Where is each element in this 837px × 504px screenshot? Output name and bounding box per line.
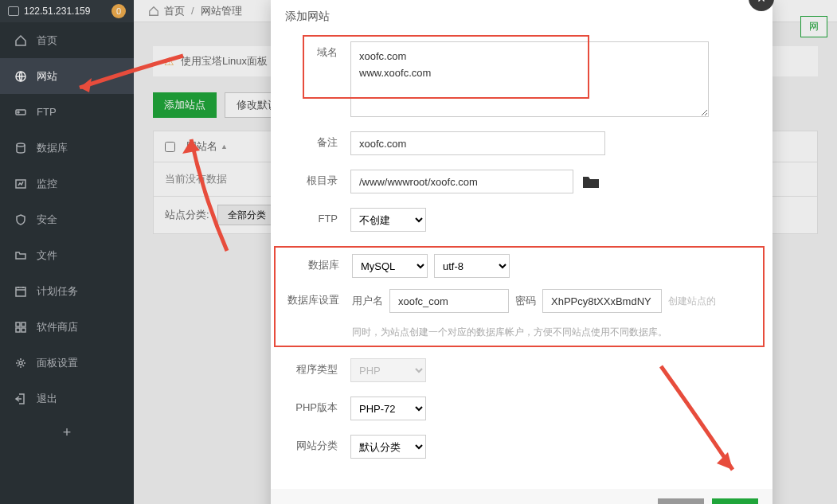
password-label: 密码	[515, 294, 536, 308]
domain-label: 域名	[279, 41, 350, 64]
php-version-select[interactable]: PHP-72	[350, 397, 426, 420]
submit-button[interactable]: 提交	[712, 498, 758, 504]
modal-title: 添加网站	[271, 0, 772, 33]
root-input[interactable]	[350, 170, 573, 193]
note-label: 备注	[279, 131, 350, 154]
database-label: 数据库	[276, 254, 352, 276]
ftp-select[interactable]: 不创建	[350, 208, 426, 232]
close-button[interactable]: 关闭	[658, 498, 704, 504]
modal-footer: 关闭 提交	[271, 489, 772, 504]
ftp-label: FTP	[279, 208, 350, 230]
category-select[interactable]: 默认分类	[350, 435, 426, 459]
username-label: 用户名	[352, 294, 383, 308]
db-password-input[interactable]	[542, 289, 662, 313]
add-website-modal: × 添加网站 域名 备注 根目录 FTP	[271, 0, 772, 504]
category-label: 网站分类	[279, 435, 350, 457]
domain-textarea[interactable]	[350, 41, 709, 117]
db-charset-select[interactable]: utf-8	[434, 254, 510, 278]
browse-folder-icon[interactable]	[583, 175, 599, 188]
db-user-input[interactable]	[389, 289, 509, 313]
create-site-hint: 创建站点的	[668, 295, 716, 308]
db-settings-label: 数据库设置	[276, 289, 352, 311]
note-input[interactable]	[350, 131, 605, 155]
db-type-select[interactable]: MySQL	[352, 254, 428, 278]
db-hint: 同时，为站点创建一个对应的数据库帐户，方便不同站点使用不同数据库。	[352, 326, 763, 339]
program-type-select[interactable]: PHP	[350, 358, 426, 382]
program-type-label: 程序类型	[279, 358, 350, 381]
php-version-label: PHP版本	[279, 397, 350, 419]
root-label: 根目录	[279, 170, 350, 192]
